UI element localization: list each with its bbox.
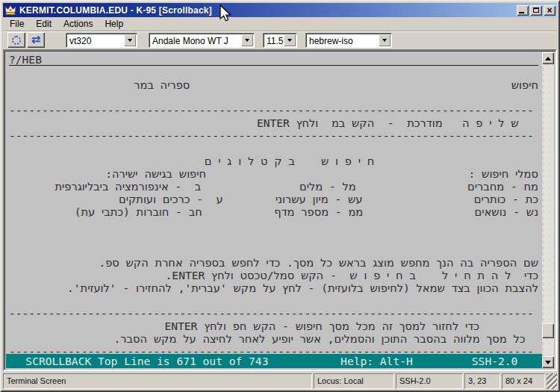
charset-dropdown-button[interactable]: [379, 34, 391, 46]
maximize-icon: [533, 7, 539, 13]
status-panel-mode: Terminal Screen: [3, 373, 312, 389]
dial-button[interactable]: [7, 32, 25, 48]
crown-icon: [4, 4, 16, 16]
font-size-value: 11.5: [264, 34, 284, 47]
titlebar[interactable]: KERMIT.COLUMBIA.EDU - K-95 [Scrollback] …: [3, 3, 557, 17]
terminal-row: ----------------------------------------…: [9, 345, 538, 354]
terminal-row: שם הספריה בה הנך מחפש מוצג בראש כל מסך. …: [9, 256, 538, 269]
terminal-type-dropdown-button[interactable]: [124, 34, 136, 46]
scrollback-status-line: SCROLLBACK Top Line is 671 out of 743 He…: [6, 354, 542, 368]
font-size-select[interactable]: 11.5: [263, 33, 297, 48]
terminal-row: [9, 91, 538, 104]
vertical-scrollbar[interactable]: [542, 52, 554, 368]
swap-arrows-icon: ⇄: [31, 34, 41, 46]
menu-file[interactable]: File: [4, 17, 30, 31]
toolbar: ⇄ vt320 Andale Mono WT J 11.5 hebrew-iso: [3, 31, 557, 49]
terminal-row: ח י פ ו ש ב ק ט ל ו ג י ם: [9, 155, 538, 167]
status-panel-locus: Locus: Local: [314, 373, 394, 389]
kermit-window: KERMIT.COLUMBIA.EDU - K-95 [Scrollback] …: [0, 0, 560, 392]
scrollbar-thumb[interactable]: [542, 323, 554, 338]
chevron-down-icon: [128, 39, 132, 42]
terminal-row: כת - כותרים עש - מיון עשרוני ע - כרכים ו…: [9, 193, 538, 205]
terminal-row: סמלי חיפוש : חיפוש בגישה ישירה:: [9, 167, 538, 180]
terminal-row: כל מסך מלווה בהסבר התוכן והסמלים, אשר יו…: [9, 332, 538, 345]
resize-grip[interactable]: [547, 373, 557, 389]
terminal-row: ש ל י פ ה מודרכת - הקש במ ולחץ ENTER: [9, 116, 538, 129]
window-controls: ×: [517, 5, 556, 16]
swap-direction-button[interactable]: ⇄: [27, 32, 45, 48]
terminal-row: כדי לחזור למסך זה מכל מסך חיפוש - הקש חפ…: [9, 320, 538, 332]
terminal-row: [9, 294, 538, 307]
terminal-type-value: vt320: [66, 34, 124, 47]
terminal-row: חיפוש ספריה במר: [9, 78, 538, 91]
window-title: KERMIT.COLUMBIA.EDU - K-95 [Scrollback]: [19, 5, 517, 16]
close-button[interactable]: ×: [544, 5, 556, 16]
chevron-down-icon: [245, 39, 249, 42]
menu-help[interactable]: Help: [99, 17, 129, 31]
status-panel-protocol: SSH-2.0: [396, 373, 463, 389]
maximize-button[interactable]: [530, 5, 542, 16]
terminal-row: ?/HEB: [9, 53, 538, 66]
status-panel-cursor-position: 3, 23: [464, 373, 500, 389]
terminal-screen[interactable]: ?/HEB חיפוש ספריה במר ------------------…: [3, 49, 557, 371]
charset-select[interactable]: hebrew-iso: [305, 33, 392, 48]
chevron-down-icon: [287, 39, 292, 42]
scroll-up-button[interactable]: [542, 52, 554, 64]
terminal-row: נש - נושאים ממ - מספר מדף חב - חוברות (כ…: [9, 205, 538, 218]
font-size-dropdown-button[interactable]: [284, 34, 296, 46]
terminal-row: [9, 218, 538, 231]
terminal-type-select[interactable]: vt320: [66, 33, 137, 48]
chevron-down-icon: [382, 39, 387, 42]
scroll-down-button[interactable]: [542, 356, 554, 368]
dial-icon: [12, 36, 21, 45]
arrow-down-icon: [545, 361, 551, 364]
terminal-text-area: ?/HEB חיפוש ספריה במר ------------------…: [6, 52, 542, 354]
terminal-row: [9, 66, 538, 78]
statusbar: Terminal Screen Locus: Local SSH-2.0 3, …: [3, 373, 557, 389]
terminal-row: מח - מחברים מל - מלים ב - אינפורמציה ביב…: [9, 180, 538, 193]
terminal-row: [9, 142, 538, 155]
menubar: File Edit Actions Help: [3, 17, 557, 31]
close-icon: ×: [547, 7, 552, 14]
terminal-row: ----------------------------------------…: [9, 104, 538, 116]
minimize-icon: [519, 12, 524, 13]
terminal-row: להצבת הכוון בצד שמאל (לחיפוש בלועזית) - …: [9, 281, 538, 294]
status-panel-screen-size: 80 x 24: [502, 373, 545, 389]
terminal-row: [9, 231, 538, 243]
terminal-row: ----------------------------------------…: [9, 307, 538, 320]
font-dropdown-button[interactable]: [241, 34, 253, 46]
menu-edit[interactable]: Edit: [30, 17, 57, 31]
charset-value: hebrew-iso: [306, 34, 379, 47]
arrow-up-icon: [545, 57, 551, 60]
font-select[interactable]: Andale Mono WT J: [149, 33, 255, 48]
menu-actions[interactable]: Actions: [57, 17, 99, 31]
minimize-button[interactable]: [517, 5, 529, 16]
terminal-row: [9, 243, 538, 256]
terminal-row: כדי ל ה ת ח י ל ב ח י פ ו ש - הקש סמל/טכ…: [9, 269, 538, 281]
terminal-row: ----------------------------------------…: [9, 129, 538, 142]
font-value: Andale Mono WT J: [149, 34, 241, 47]
